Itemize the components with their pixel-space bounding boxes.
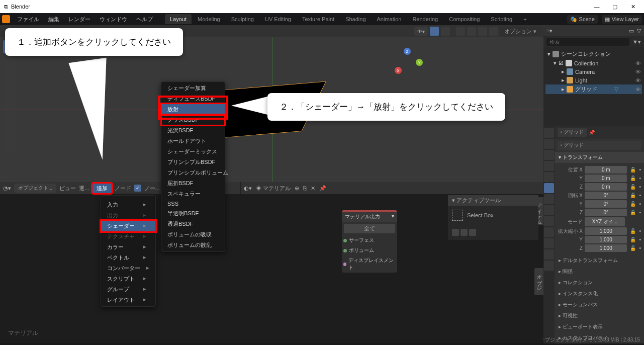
loc-z-field[interactable]: 0 m	[585, 183, 627, 191]
window-minimize-button[interactable]: —	[590, 2, 604, 12]
node-collapse-icon[interactable]: ▾	[392, 213, 394, 220]
ptab-texture[interactable]	[544, 261, 554, 271]
shader-principled-bsdf[interactable]: プリンシプルBSDF	[161, 157, 225, 167]
add-menu-vector[interactable]: ベクトル▸	[101, 252, 155, 263]
add-menu-script[interactable]: スクリプト▸	[101, 274, 155, 284]
new-material-icon[interactable]: ⊕	[295, 185, 299, 192]
visibility-eye-icon[interactable]: 👁	[635, 87, 641, 93]
shader-holdout[interactable]: ホールドアウト	[161, 136, 225, 146]
tab-sculpting[interactable]: Sculpting	[226, 14, 259, 24]
rot-y-field[interactable]: 0°	[585, 200, 627, 208]
ne-menu-select[interactable]: 選...	[79, 185, 89, 192]
shader-emission[interactable]: 放射	[161, 104, 225, 115]
select-mode-buttons[interactable]	[452, 229, 476, 236]
object-name-field[interactable]: ▫ グリッド	[558, 141, 641, 150]
scene-selector[interactable]: 🎭Scene	[567, 15, 598, 24]
lock-icon[interactable]: 🔓	[629, 167, 637, 172]
tab-texture-paint[interactable]: Texture Paint	[297, 14, 339, 24]
outliner-filter-icon[interactable]: ▽	[637, 28, 641, 34]
panel-collections[interactable]: ▸ コレクション	[555, 277, 644, 288]
tab-add[interactable]: +	[518, 14, 531, 24]
shader-type-icon[interactable]: ◐▾	[244, 185, 252, 192]
shader-specular[interactable]: スペキュラー	[161, 189, 225, 199]
ptab-output[interactable]	[544, 139, 554, 149]
tool-cursor[interactable]	[3, 54, 16, 67]
node-editor[interactable]: ◔▾ オブジェクト... ビュー 選... 追加 ノード ✓ ノー... ◐▾ …	[0, 182, 543, 343]
add-menu-group[interactable]: グループ▸	[101, 284, 155, 295]
menu-render[interactable]: レンダー	[64, 14, 95, 25]
tab-layout[interactable]: Layout	[165, 14, 192, 24]
shader-glossy-bsdf[interactable]: 光沢BSDF	[161, 125, 225, 136]
npanel-tab-object[interactable]: オブジ...	[534, 268, 543, 295]
ptab-particles[interactable]	[544, 205, 554, 215]
outliner-collection[interactable]: ▾☑Collection👁	[545, 59, 642, 67]
node-target-dropdown[interactable]: 全て	[344, 224, 395, 233]
menu-help[interactable]: ヘルプ	[132, 14, 157, 25]
panel-delta-transform[interactable]: ▸ デルタトランスフォーム	[555, 255, 644, 266]
shader-mix[interactable]: シェーダーミックス	[161, 146, 225, 157]
ptab-constraints[interactable]	[544, 227, 554, 237]
shader-volume-absorption[interactable]: ボリュームの吸収	[161, 229, 225, 240]
ptab-modifiers[interactable]	[544, 194, 554, 204]
lock-icon[interactable]: 🔓	[629, 176, 637, 181]
unlink-material-icon[interactable]: ✕	[311, 185, 315, 192]
material-slot-dropdown[interactable]: ◈ マテリアル	[256, 185, 291, 192]
tool-scale[interactable]	[3, 97, 16, 110]
tab-rendering[interactable]: Rendering	[407, 14, 443, 24]
loc-x-field[interactable]: 0 m	[585, 166, 627, 174]
tool-measure[interactable]	[3, 139, 16, 152]
tab-scripting[interactable]: Scripting	[486, 14, 517, 24]
menu-file[interactable]: ファイル	[13, 14, 43, 25]
panel-motion-paths[interactable]: ▸ モーションパス	[555, 299, 644, 310]
add-menu-converter[interactable]: コンバーター▸	[101, 263, 155, 274]
add-menu-layout[interactable]: レイアウト▸	[101, 295, 155, 305]
tool-rotate[interactable]	[3, 82, 16, 96]
window-close-button[interactable]: ✕	[626, 2, 640, 12]
panel-relations[interactable]: ▸ 関係	[555, 266, 644, 277]
ptab-material[interactable]	[544, 249, 554, 260]
visibility-eye-icon[interactable]: 👁	[635, 60, 641, 66]
viewport-options-button[interactable]: オプション ▾	[500, 27, 540, 36]
viewlayer-selector[interactable]: ▦View Layer	[602, 15, 642, 24]
shading-solid-icon[interactable]	[467, 27, 476, 36]
scale-z-field[interactable]: 1.000	[585, 244, 627, 252]
use-nodes-checkbox[interactable]: ✓	[134, 185, 141, 192]
overlay-toggle-icon[interactable]	[441, 27, 450, 36]
editor-type-icon[interactable]: ◔▾	[3, 185, 11, 192]
panel-viewport-display[interactable]: ▸ ビューポート表示	[555, 321, 644, 332]
shader-refraction-bsdf[interactable]: 屈折BSDF	[161, 178, 225, 189]
ptab-world[interactable]	[544, 172, 554, 182]
scale-y-field[interactable]: 1.000	[585, 236, 627, 243]
add-menu-shader[interactable]: シェーダー▸	[101, 221, 155, 231]
rot-z-field[interactable]: 0°	[585, 209, 627, 216]
panel-visibility[interactable]: ▸ 可視性	[555, 310, 644, 321]
add-menu-color[interactable]: カラー▸	[101, 242, 155, 252]
shader-sss[interactable]: SSS	[161, 199, 225, 208]
window-maximize-button[interactable]: ▢	[608, 2, 622, 12]
ptab-object[interactable]	[544, 183, 554, 193]
visibility-eye-icon[interactable]: 👁	[635, 69, 641, 75]
rot-mode-dropdown[interactable]: XYZ オイ...	[585, 217, 625, 226]
outliner-new-collection-icon[interactable]: ▭	[629, 28, 634, 34]
ptab-physics[interactable]	[544, 216, 554, 226]
lock-icon[interactable]: 🔓	[629, 201, 637, 207]
lock-icon[interactable]: 🔓	[629, 210, 637, 215]
panel-instancing[interactable]: ▸ インスタンス化	[555, 288, 644, 299]
object-mode-dropdown[interactable]: オブジェクト...	[14, 184, 56, 193]
lock-icon[interactable]: 🔓	[629, 184, 637, 190]
tool-move[interactable]	[3, 68, 16, 81]
ptab-data[interactable]	[544, 238, 554, 248]
gizmo-z-axis[interactable]: Z	[404, 48, 411, 55]
visibility-eye-icon[interactable]: 👁	[635, 77, 641, 83]
tool-annotate[interactable]	[3, 125, 16, 138]
ne-menu-view[interactable]: ビュー	[59, 185, 76, 192]
tool-transform[interactable]	[3, 111, 16, 124]
loc-y-field[interactable]: 0 m	[585, 175, 627, 182]
socket-volume[interactable]	[343, 249, 347, 252]
shader-glass-bsdf[interactable]: グラスBSDF	[161, 115, 225, 125]
gizmo-toggle-icon[interactable]	[430, 27, 439, 36]
gizmo-y-axis[interactable]: Y	[416, 59, 423, 66]
node-material-output[interactable]: マテリアル出力▾ 全て サーフェス ボリューム ディスプレイスメント	[342, 210, 397, 273]
shader-translucent-bsdf[interactable]: 半透明BSDF	[161, 208, 225, 219]
add-menu-output[interactable]: 出力▸	[101, 210, 155, 221]
